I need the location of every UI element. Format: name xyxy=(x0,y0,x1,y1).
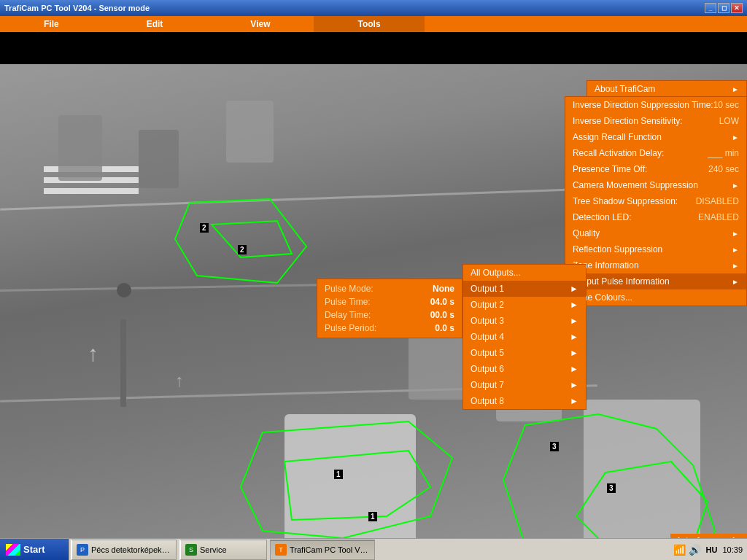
output5-arrow: ► xyxy=(570,348,578,358)
zone-info-arrow: ► xyxy=(732,262,739,270)
pecs-icon: P xyxy=(77,544,88,556)
output7-item[interactable]: Output 7 ► xyxy=(463,377,586,393)
sensor-settings-dropdown: Inverse Direction Suppression Time: 10 s… xyxy=(565,96,747,306)
cam-movement-arrow: ► xyxy=(732,182,739,190)
pulse-time-row: Pulse Time: 04.0 s xyxy=(325,295,454,308)
about-traficam-item[interactable]: About TrafiCam ► xyxy=(587,81,746,97)
taskbar-pecs[interactable]: P Pécs detektorképek t... xyxy=(71,540,177,560)
recall-delay-item[interactable]: Recall Activation Delay: ___ min xyxy=(565,145,746,161)
lang-badge: HU xyxy=(704,545,720,555)
output6-item[interactable]: Output 6 ► xyxy=(463,361,586,377)
zone-label-2b: 2 xyxy=(238,245,247,254)
system-tray: 📶 🔊 HU 10:39 xyxy=(673,544,747,556)
output5-item[interactable]: Output 5 ► xyxy=(463,345,586,361)
window-title: TrafiCam PC Tool V204 - Sensor mode xyxy=(4,4,150,12)
zone-info-item[interactable]: Zone Information ► xyxy=(565,257,746,273)
app-window: TrafiCam PC Tool V204 - Sensor mode _ ◻ … xyxy=(0,0,747,560)
output4-arrow: ► xyxy=(570,332,578,342)
inv-dir-time-item[interactable]: Inverse Direction Suppression Time: 10 s… xyxy=(565,97,746,113)
output1-item[interactable]: Output 1 ► xyxy=(463,281,586,297)
quality-item[interactable]: Quality ► xyxy=(565,225,746,241)
menu-edit[interactable]: Edit xyxy=(103,16,207,32)
output4-item[interactable]: Output 4 ► xyxy=(463,329,586,345)
service-icon: S xyxy=(185,544,197,556)
pulse-mode-row: Pulse Mode: None xyxy=(325,282,454,295)
detection-led-item[interactable]: Detection LED: ENABLED xyxy=(565,209,746,225)
titlebar: TrafiCam PC Tool V204 - Sensor mode _ ◻ … xyxy=(0,0,747,16)
about-arrow-icon: ► xyxy=(732,85,739,93)
menu-file[interactable]: File xyxy=(0,16,103,32)
minimize-button[interactable]: _ xyxy=(705,3,716,13)
volume-icon: 🔊 xyxy=(689,544,701,556)
output-pulse-arrow: ► xyxy=(732,278,739,286)
close-button[interactable]: ✕ xyxy=(731,3,743,13)
pulse-info-panel: Pulse Mode: None Pulse Time: 04.0 s Dela… xyxy=(317,279,462,338)
camera-view: ↑ ↑ 2 2 xyxy=(0,64,747,560)
statusbar: Start P Pécs detektorképek t... S Servic… xyxy=(0,538,747,560)
zone-label-2a: 2 xyxy=(200,223,209,233)
output2-arrow: ► xyxy=(570,300,578,310)
pulse-period-row: Pulse Period: 0.0 s xyxy=(325,322,454,335)
reflection-item[interactable]: Reflection Suppression ► xyxy=(565,241,746,257)
delay-time-row: Delay Time: 00.0 s xyxy=(325,308,454,322)
reflection-arrow: ► xyxy=(732,246,739,254)
output1-arrow: ► xyxy=(570,284,578,294)
output8-item[interactable]: Output 8 ► xyxy=(463,393,586,409)
quality-arrow: ► xyxy=(732,230,739,238)
zone-label-1a: 1 xyxy=(334,470,343,479)
presence-off-item[interactable]: Presence Time Off: 240 sec xyxy=(565,161,746,177)
output2-item[interactable]: Output 2 ► xyxy=(463,297,586,313)
zone-colours-item[interactable]: Zone Colours... xyxy=(565,289,746,306)
output-pulse-item[interactable]: Output Pulse Information ► xyxy=(565,273,746,289)
output8-arrow: ► xyxy=(570,396,578,406)
zone-label-1b: 1 xyxy=(368,512,377,521)
zone-label-3a: 3 xyxy=(550,442,559,451)
taskbar-service[interactable]: S Service xyxy=(179,540,267,560)
start-flag-icon xyxy=(6,544,20,556)
assign-recall-item[interactable]: Assign Recall Function ► xyxy=(565,129,746,145)
taskbar-traficam[interactable]: T TrafiCam PC Tool V20... xyxy=(270,540,375,560)
output3-arrow: ► xyxy=(570,316,578,326)
zone-label-3b: 3 xyxy=(607,483,616,493)
tree-shadow-item[interactable]: Tree Shadow Suppression: DISABLED xyxy=(565,193,746,209)
output6-arrow: ► xyxy=(570,364,578,374)
start-button[interactable]: Start xyxy=(0,539,69,561)
inv-dir-sens-item[interactable]: Inverse Direction Sensitivity: LOW xyxy=(565,113,746,129)
network-icon: 📶 xyxy=(673,544,686,556)
all-outputs-item[interactable]: All Outputs... xyxy=(463,265,586,281)
menu-view[interactable]: View xyxy=(206,16,314,32)
clock: 10:39 xyxy=(722,545,743,554)
output7-arrow: ► xyxy=(570,380,578,390)
cam-movement-item[interactable]: Camera Movement Suppression ► xyxy=(565,177,746,193)
restore-button[interactable]: ◻ xyxy=(718,3,729,13)
title-controls: _ ◻ ✕ xyxy=(705,3,743,13)
assign-recall-arrow: ► xyxy=(732,133,739,141)
traficam-icon: T xyxy=(275,544,287,556)
menubar: File Edit View Tools xyxy=(0,16,747,32)
menu-tools[interactable]: Tools xyxy=(314,16,424,32)
output3-item[interactable]: Output 3 ► xyxy=(463,313,586,329)
output-submenu: All Outputs... Output 1 ► Output 2 ► Out… xyxy=(462,264,587,410)
